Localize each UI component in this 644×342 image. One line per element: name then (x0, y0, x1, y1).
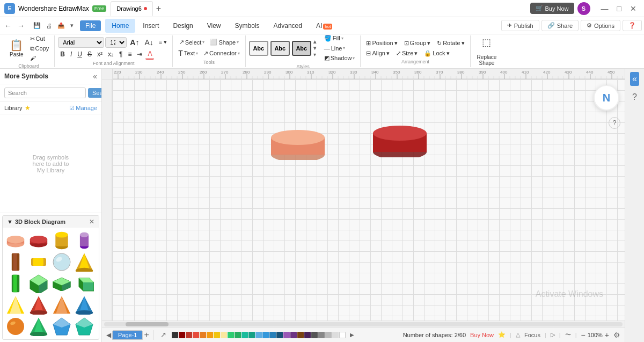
right-panel-help-button[interactable]: ? (630, 90, 639, 104)
share-button[interactable]: 🔗 Share (541, 20, 579, 31)
shape-pyramid-orange[interactable] (52, 295, 71, 315)
sidebar-collapse-button[interactable]: « (93, 72, 97, 81)
shape-cone-blue[interactable] (75, 295, 94, 315)
page-tab-1[interactable]: Page-1 (112, 330, 143, 340)
shape-cube-green-3d[interactable] (75, 274, 94, 293)
shape-cylinder-purple[interactable] (75, 231, 94, 250)
publish-button[interactable]: ✈ Publish (501, 20, 539, 31)
search-button[interactable]: Search (88, 88, 102, 98)
scroll-thumb[interactable] (126, 322, 169, 326)
color-white[interactable] (339, 332, 346, 338)
color-navy[interactable] (276, 332, 283, 338)
color-dark-brown[interactable] (304, 332, 311, 338)
right-panel-collapse-button[interactable]: « (630, 72, 639, 86)
shape-cone-red[interactable] (29, 295, 48, 315)
align-button[interactable]: ≡ ▾ (157, 38, 169, 47)
color-cyan[interactable] (248, 332, 255, 338)
bold-button[interactable]: B (58, 49, 67, 59)
shape-peach-cylinder-canvas[interactable] (268, 128, 327, 160)
shape-gem-blue[interactable] (52, 317, 71, 336)
color-red[interactable] (186, 332, 192, 338)
menu-tab-symbols[interactable]: Symbols (229, 19, 266, 33)
menu-tab-ai[interactable]: AIhot (310, 19, 339, 33)
style-down-button[interactable]: ▼ (312, 45, 318, 52)
menu-tab-advanced[interactable]: Advanced (267, 19, 309, 33)
buy-now-status[interactable]: Buy Now (470, 332, 494, 338)
menu-tab-view[interactable]: View (201, 19, 228, 33)
h-scrollbar[interactable] (102, 321, 625, 327)
menu-tab-home[interactable]: Home (105, 19, 135, 33)
decrease-font-button[interactable]: A↓ (142, 37, 155, 48)
size-button[interactable]: ⤢ Size ▾ (394, 49, 420, 58)
shape-cylinder-gold[interactable] (52, 231, 71, 250)
shape-cube-green-flat[interactable] (52, 274, 71, 293)
subscript-button[interactable]: x₂ (106, 49, 116, 59)
export-button[interactable]: 📤 (55, 21, 67, 30)
shape-gem-teal[interactable] (75, 317, 94, 336)
position-button[interactable]: ⊞ Position ▾ (364, 39, 399, 48)
add-page-button[interactable]: + (144, 330, 149, 340)
color-orange-red[interactable] (193, 332, 199, 338)
connector-button[interactable]: ↗ Connector ▾ (201, 49, 242, 58)
help-icon-button[interactable]: ? (609, 117, 620, 129)
sidebar-section-header[interactable]: ▼ 3D Block Diagram ✕ (3, 216, 99, 228)
shape-red-cylinder-canvas[interactable] (370, 122, 429, 157)
style-abc-1[interactable]: Abc (249, 41, 268, 56)
color-brown[interactable] (297, 332, 304, 338)
strikethrough-button[interactable]: S (85, 49, 94, 59)
ai-assistant-button[interactable]: N (594, 85, 619, 111)
lock-button[interactable]: 🔒 Lock ▾ (422, 49, 451, 58)
color-yellow[interactable] (214, 332, 220, 338)
page-back-btn[interactable]: ◀ (106, 331, 111, 339)
increase-font-button[interactable]: A↑ (128, 37, 141, 48)
maximize-button[interactable]: □ (614, 3, 625, 14)
cut-button[interactable]: ✂ Cut (28, 34, 52, 43)
style-abc-2[interactable]: Abc (270, 41, 290, 56)
minimize-button[interactable]: — (598, 3, 612, 14)
superscript-button[interactable]: x² (95, 49, 105, 59)
align-button[interactable]: ⊟ Align ▾ (364, 49, 391, 58)
fill-button[interactable]: 🪣 Fill ▾ (322, 34, 357, 43)
paragraph-button[interactable]: ¶ (117, 49, 125, 59)
color-black[interactable] (172, 332, 178, 338)
canvas-area[interactable]: N ? Activate Windows (113, 79, 625, 321)
format-painter-button[interactable]: 🖌 (28, 54, 52, 62)
color-gold[interactable] (207, 332, 213, 338)
color-blue[interactable] (262, 332, 269, 338)
back-button[interactable]: ← (2, 20, 14, 31)
shape-pyramid-yellow[interactable] (6, 295, 25, 315)
font-size-selector[interactable]: 12 (105, 37, 127, 48)
shape-flat-cylinder-red[interactable] (29, 231, 48, 250)
section-close-button[interactable]: ✕ (89, 218, 94, 225)
color-lime[interactable] (228, 332, 234, 338)
color-teal[interactable] (241, 332, 248, 338)
style-more-button[interactable]: ▾ (312, 52, 318, 58)
underline-button[interactable]: U (75, 49, 84, 59)
shape-cone-yellow[interactable] (75, 252, 94, 272)
style-up-button[interactable]: ▲ (312, 39, 318, 45)
font-color-button[interactable]: A (145, 49, 154, 60)
rotate-button[interactable]: ↻ Rotate ▾ (435, 39, 466, 48)
save-button[interactable]: 💾 (31, 21, 43, 30)
font-selector[interactable]: Arial (58, 37, 104, 48)
options-button[interactable]: ⚙ Options (581, 20, 620, 31)
replace-shape-button[interactable]: ⬚ ReplaceShape (474, 34, 500, 68)
color-green[interactable] (235, 332, 241, 338)
close-button[interactable]: ✕ (627, 3, 640, 14)
more-colors-icon[interactable]: ▶ (350, 332, 354, 338)
style-abc-3[interactable]: Abc (292, 41, 311, 56)
zoom-in-button[interactable]: + (605, 331, 609, 339)
tab-add-button[interactable]: + (154, 4, 163, 13)
tab-drawing6[interactable]: Drawing6 (111, 1, 152, 16)
select-tool-icon[interactable]: ↗ (160, 331, 166, 339)
color-gray-dark[interactable] (311, 332, 318, 338)
color-purple[interactable] (283, 332, 290, 338)
shape-block-brown[interactable] (6, 252, 25, 272)
menu-tab-design[interactable]: Design (166, 19, 199, 33)
color-lighter-gray[interactable] (332, 332, 339, 338)
color-darkred[interactable] (179, 332, 185, 338)
file-menu[interactable]: File (80, 20, 101, 31)
shape-cone-green[interactable] (29, 317, 48, 336)
color-light-blue[interactable] (255, 332, 262, 338)
shadow-button[interactable]: ◩ Shadow ▾ (322, 54, 357, 63)
